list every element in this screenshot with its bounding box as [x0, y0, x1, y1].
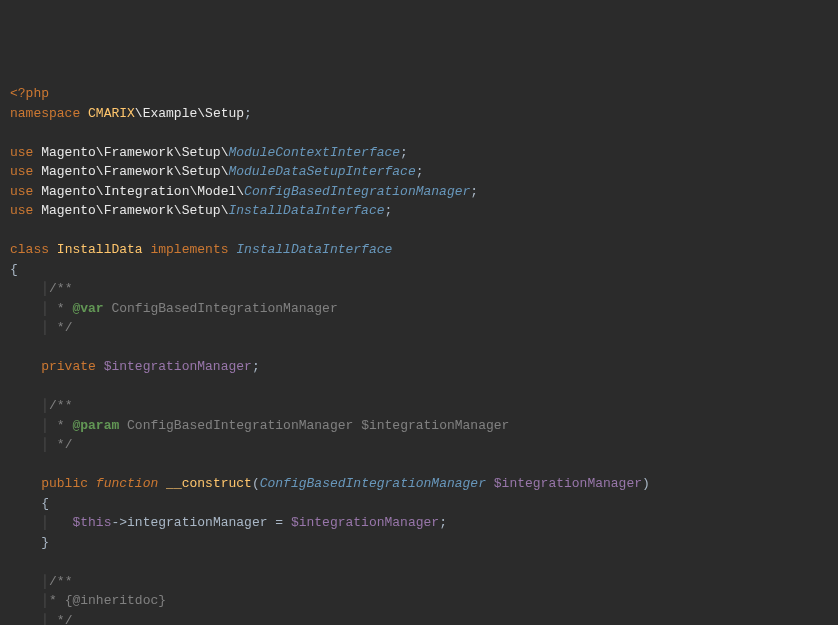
indent-guide: │	[41, 574, 49, 589]
indent-guide: │	[41, 418, 49, 433]
use-path: Magento\Framework\Setup	[41, 164, 220, 179]
punct: ;	[400, 145, 408, 160]
indent-guide: │	[41, 320, 49, 335]
punct: )	[642, 476, 650, 491]
use-class: ModuleDataSetupInterface	[228, 164, 415, 179]
doc-star: *	[49, 320, 65, 335]
kw-use: use	[10, 145, 33, 160]
kw-namespace: namespace	[10, 106, 80, 121]
kw-implements: implements	[150, 242, 228, 257]
indent-guide: │	[41, 281, 49, 296]
use-class: ConfigBasedIntegrationManager	[244, 184, 470, 199]
punct: ;	[416, 164, 424, 179]
doc-open: /**	[49, 281, 72, 296]
code-line: }	[10, 533, 828, 553]
use-class: InstallDataInterface	[228, 203, 384, 218]
code-line: │/**	[10, 396, 828, 416]
indent-guide: │	[41, 437, 49, 452]
kw-use: use	[10, 184, 33, 199]
kw-private: private	[41, 359, 96, 374]
code-line: {	[10, 494, 828, 514]
code-line: │/**	[10, 572, 828, 592]
punct: (	[252, 476, 260, 491]
code-line: class InstallData implements InstallData…	[10, 240, 828, 260]
doc-tag: @param	[72, 418, 119, 433]
doc-inherit: * {@inheritdoc}	[49, 593, 166, 608]
doc-type: ConfigBasedIntegrationManager	[111, 301, 337, 316]
punct: \	[197, 106, 205, 121]
param-var: $integrationManager	[494, 476, 642, 491]
code-line: use Magento\Framework\Setup\ModuleContex…	[10, 143, 828, 163]
indent-guide: │	[41, 593, 49, 608]
code-line: private $integrationManager;	[10, 357, 828, 377]
indent-guide: │	[41, 398, 49, 413]
brace-open: {	[10, 262, 18, 277]
code-line: │/**	[10, 279, 828, 299]
param-type: ConfigBasedIntegrationManager	[260, 476, 486, 491]
doc-var: $integrationManager	[361, 418, 509, 433]
doc-star: *	[49, 418, 72, 433]
code-line: │ * @param ConfigBasedIntegrationManager…	[10, 416, 828, 436]
use-path: Magento\Framework\Setup	[41, 203, 220, 218]
use-path: Magento\Integration\Model	[41, 184, 236, 199]
code-line: │ * @var ConfigBasedIntegrationManager	[10, 299, 828, 319]
code-line: │ */	[10, 435, 828, 455]
doc-star: *	[49, 437, 65, 452]
code-line: public function __construct(ConfigBasedI…	[10, 474, 828, 494]
kw-use: use	[10, 203, 33, 218]
code-line: │ $this->integrationManager = $integrati…	[10, 513, 828, 533]
rhs-var: $integrationManager	[291, 515, 439, 530]
kw-class: class	[10, 242, 49, 257]
interface-name: InstallDataInterface	[236, 242, 392, 257]
use-path: Magento\Framework\Setup	[41, 145, 220, 160]
doc-type: ConfigBasedIntegrationManager	[127, 418, 353, 433]
code-line: │ */	[10, 611, 828, 626]
kw-use: use	[10, 164, 33, 179]
ns-seg: Example	[143, 106, 198, 121]
kw-public: public	[41, 476, 88, 491]
ns-root: CMARIX	[88, 106, 135, 121]
punct: ;	[470, 184, 478, 199]
doc-tag: @var	[72, 301, 103, 316]
php-open-tag: <?php	[10, 86, 49, 101]
code-line: │ */	[10, 318, 828, 338]
code-editor[interactable]: <?phpnamespace CMARIX\Example\Setup; use…	[10, 84, 828, 625]
code-line: namespace CMARIX\Example\Setup;	[10, 104, 828, 124]
code-line: {	[10, 260, 828, 280]
doc-open: /**	[49, 398, 72, 413]
punct: \	[236, 184, 244, 199]
indent-guide: │	[41, 613, 49, 626]
code-line: use Magento\Framework\Setup\ModuleDataSe…	[10, 162, 828, 182]
brace-close: }	[41, 535, 49, 550]
punct: ;	[252, 359, 260, 374]
kw-function: function	[96, 476, 158, 491]
doc-open: /**	[49, 574, 72, 589]
punct: ;	[244, 106, 252, 121]
code-line: use Magento\Framework\Setup\InstallDataI…	[10, 201, 828, 221]
doc-star: *	[49, 301, 72, 316]
brace-open: {	[41, 496, 49, 511]
property: integrationManager	[127, 515, 267, 530]
arrow: ->	[111, 515, 127, 530]
field-var: $integrationManager	[104, 359, 252, 374]
doc-star: *	[49, 613, 65, 626]
this-var: $this	[72, 515, 111, 530]
punct: ;	[385, 203, 393, 218]
code-line: use Magento\Integration\Model\ConfigBase…	[10, 182, 828, 202]
indent-guide: │	[41, 515, 49, 530]
indent-guide: │	[41, 301, 49, 316]
fn-construct: __construct	[166, 476, 252, 491]
class-name: InstallData	[57, 242, 143, 257]
code-line: <?php	[10, 84, 828, 104]
punct: \	[135, 106, 143, 121]
punct: ;	[439, 515, 447, 530]
ns-seg: Setup	[205, 106, 244, 121]
code-line: │* {@inheritdoc}	[10, 591, 828, 611]
punct: =	[268, 515, 291, 530]
use-class: ModuleContextInterface	[228, 145, 400, 160]
